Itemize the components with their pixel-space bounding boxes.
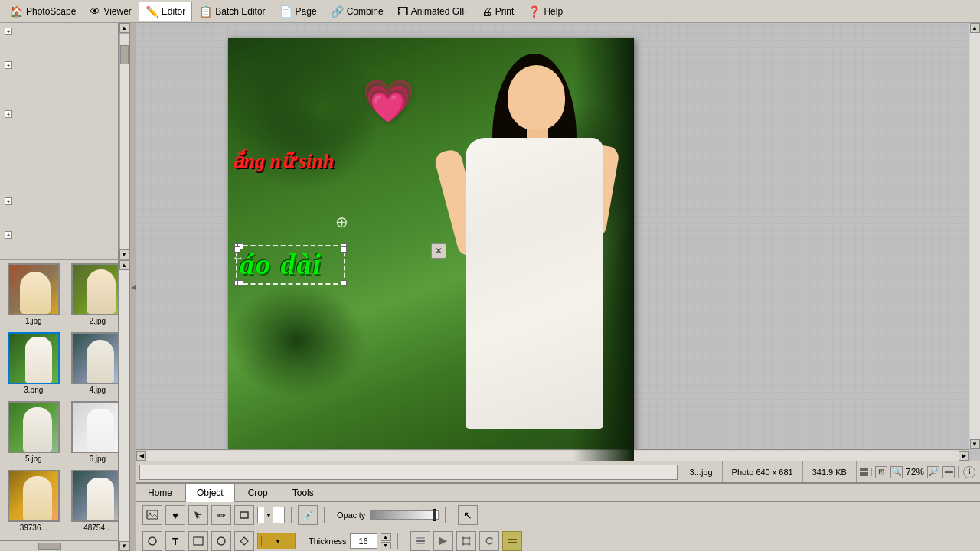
tool-pointer-btn[interactable]: ↖ xyxy=(458,505,478,525)
thumb-scroll-up[interactable]: ▲ xyxy=(119,260,129,270)
color-picker[interactable]: ▼ xyxy=(257,533,296,549)
tool-heart-btn[interactable]: ♥ xyxy=(165,505,185,525)
menu-combine[interactable]: 🔗 Combine xyxy=(324,2,390,21)
thickness-input[interactable]: 16 xyxy=(350,533,377,549)
zoom-minus-btn[interactable]: ➖ xyxy=(942,466,955,478)
dropdown-arrow[interactable]: ▼ xyxy=(264,507,273,523)
canvas-scroll-right[interactable]: ▶ xyxy=(959,451,969,461)
thumb-scrollbar[interactable]: ▲ ▼ xyxy=(118,260,129,551)
status-bar: 3...jpg Photo 640 x 681 341.9 KB ⊡ � xyxy=(136,461,980,482)
tool-pen-btn[interactable]: ✏ xyxy=(211,505,231,525)
tool-circle-btn[interactable] xyxy=(211,531,231,551)
separator-4 xyxy=(302,533,302,549)
tree-row-1[interactable]: + xyxy=(3,26,114,37)
thumbnail-3[interactable]: 3.png xyxy=(3,332,64,398)
tool-select-btn[interactable] xyxy=(188,505,208,525)
tool-eyedropper-btn[interactable]: 💉 xyxy=(298,505,318,525)
svg-rect-4 xyxy=(194,537,203,545)
help-icon: ❓ xyxy=(528,5,541,18)
thumbnail-7[interactable]: 39736... xyxy=(3,470,64,536)
scroll-thumb[interactable] xyxy=(120,45,129,64)
menu-print[interactable]: 🖨 Print xyxy=(475,2,521,21)
canvas-scrollbar-v[interactable]: ▲ ▼ xyxy=(969,23,980,449)
canvas-scroll-down[interactable]: ▼ xyxy=(970,439,980,449)
tab-object[interactable]: Object xyxy=(185,484,235,502)
color-dropdown-arrow[interactable]: ▼ xyxy=(275,538,281,545)
photo-container: 💗 ắng nữ sinh xyxy=(228,38,634,461)
handle-mr[interactable] xyxy=(341,246,347,253)
image-icon xyxy=(146,509,158,521)
menu-viewer[interactable]: 👁 Viewer xyxy=(83,2,138,21)
tree-row-2[interactable]: + xyxy=(3,60,114,70)
zoom-out-btn[interactable]: 🔍 xyxy=(890,466,903,478)
circle-icon xyxy=(216,536,227,546)
thumbnail-1[interactable]: 1.jpg xyxy=(3,263,64,329)
canvas-scroll-left[interactable]: ◀ xyxy=(136,451,146,461)
menu-batch-editor[interactable]: 📋 Batch Editor xyxy=(192,2,272,21)
menu-page[interactable]: 📄 Page xyxy=(273,2,324,21)
text-overlay-2-container[interactable]: áo dài xyxy=(240,249,322,281)
tool-layers-btn[interactable] xyxy=(410,531,430,551)
menu-editor[interactable]: ✏️ Editor xyxy=(139,2,192,21)
tool-rect-btn[interactable] xyxy=(234,505,254,525)
svg-rect-15 xyxy=(508,542,517,543)
canvas-scroll-up[interactable]: ▲ xyxy=(970,23,980,33)
tree-row-4[interactable]: + xyxy=(3,196,114,207)
tool-rotate-btn[interactable] xyxy=(479,531,499,551)
tool-flip-btn[interactable] xyxy=(433,531,453,551)
tool-image-btn[interactable] xyxy=(142,505,162,525)
separator-5 xyxy=(397,533,398,549)
thumbnail-5[interactable]: 5.jpg xyxy=(3,401,64,467)
scroll-up-btn[interactable]: ▲ xyxy=(119,23,129,33)
canvas-area[interactable]: 💗 ắng nữ sinh xyxy=(136,23,980,461)
scroll-down-btn[interactable]: ▼ xyxy=(119,249,129,259)
tool-diamond-btn[interactable] xyxy=(234,531,254,551)
tab-crop[interactable]: Crop xyxy=(237,484,279,501)
shape-dropdown[interactable]: ▼ xyxy=(257,507,285,523)
expand-btn[interactable]: + xyxy=(5,28,12,35)
text-ao-dai: áo dài xyxy=(240,249,322,281)
tab-bar: Home Object Crop Tools xyxy=(136,484,980,502)
tab-home[interactable]: Home xyxy=(136,484,184,501)
zoom-fit-btn[interactable]: ⊡ xyxy=(875,466,887,478)
opacity-thumb[interactable] xyxy=(433,509,436,521)
tree-row-5[interactable]: + xyxy=(3,230,114,240)
info-btn[interactable]: ℹ xyxy=(959,466,980,478)
tree-row-3[interactable]: + xyxy=(3,109,114,119)
handle-tr[interactable] xyxy=(341,243,347,249)
collapse-handle[interactable]: ◀ xyxy=(130,23,136,551)
tool-poly-btn[interactable] xyxy=(188,531,208,551)
expand-btn-4[interactable]: + xyxy=(5,197,12,205)
menu-animated-gif[interactable]: 🎞 Animated GIF xyxy=(390,2,475,21)
photoscope-icon: 🏠 xyxy=(10,5,23,18)
thumb-scroll-down[interactable]: ▼ xyxy=(119,541,129,551)
tab-tools[interactable]: Tools xyxy=(281,484,325,501)
handle-bl[interactable] xyxy=(234,280,240,286)
tool-ellipse-btn[interactable] xyxy=(142,531,162,551)
opacity-slider[interactable] xyxy=(370,510,439,520)
thickness-down[interactable]: ▼ xyxy=(381,542,391,549)
separator-1 xyxy=(291,507,292,523)
menu-help[interactable]: ❓ Help xyxy=(521,2,570,21)
h-scroll-thumb[interactable] xyxy=(38,543,61,550)
svg-point-12 xyxy=(462,543,464,546)
canvas-scrollbar-h[interactable]: ◀ ▶ xyxy=(136,449,969,461)
expand-btn-3[interactable]: + xyxy=(5,110,12,118)
expand-btn-2[interactable]: + xyxy=(5,61,12,69)
tool-transform-btn[interactable] xyxy=(456,531,476,551)
opacity-section: Opacity xyxy=(337,510,439,520)
close-selection-btn[interactable]: ✕ xyxy=(431,243,446,259)
scrollbar-v[interactable]: ▲ ▼ xyxy=(118,23,129,259)
menu-photoscope[interactable]: 🏠 PhotoScape xyxy=(3,2,83,21)
tool-text-btn[interactable]: T xyxy=(165,531,185,551)
thickness-up[interactable]: ▲ xyxy=(381,533,391,541)
tool-menu-btn[interactable] xyxy=(502,531,522,551)
thumb-img-6 xyxy=(71,401,123,453)
expand-btn-5[interactable]: + xyxy=(5,231,12,239)
viewer-icon: 👁 xyxy=(90,5,100,18)
handle-bm[interactable] xyxy=(237,280,243,286)
zoom-in-btn[interactable]: 🔎 xyxy=(927,466,939,478)
right-tools xyxy=(410,531,522,551)
handle-br[interactable] xyxy=(341,280,347,286)
info-icon[interactable]: ℹ xyxy=(963,466,975,478)
